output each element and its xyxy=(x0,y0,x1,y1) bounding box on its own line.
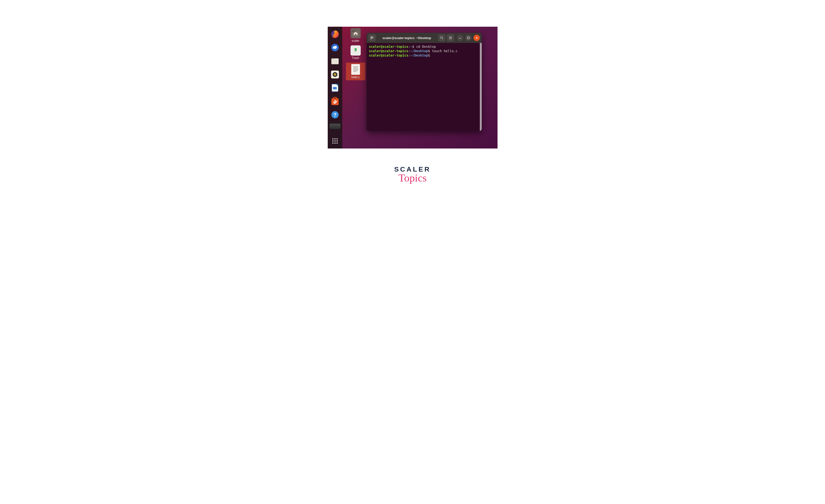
svg-line-34 xyxy=(442,38,443,39)
search-button[interactable] xyxy=(438,34,445,42)
desktop-icon-label: scaler xyxy=(352,39,359,43)
dock-help[interactable]: ? xyxy=(330,110,340,120)
minimize-button[interactable] xyxy=(457,35,463,41)
svg-text:?: ? xyxy=(333,112,336,118)
desktop-icons: scaler Trash hel xyxy=(346,28,365,80)
prompt-user: scaler@scaler-topics xyxy=(369,49,408,53)
desktop-icon-label: Trash xyxy=(352,56,359,60)
svg-rect-23 xyxy=(332,143,333,144)
dock-libreoffice-writer[interactable] xyxy=(330,83,340,93)
svg-rect-31 xyxy=(353,70,358,71)
terminal-scrollbar[interactable] xyxy=(480,43,482,131)
terminal-command: cd Desktop xyxy=(416,45,436,49)
desktop-icon-trash[interactable]: Trash xyxy=(346,46,365,60)
dock-rhythmbox[interactable] xyxy=(330,69,340,79)
window-title: scaler@scaler-topics: ~/Desktop xyxy=(377,36,437,40)
dock-files[interactable] xyxy=(330,56,340,66)
prompt-path: ~/Desktop xyxy=(410,49,428,53)
terminal-line: scaler@scaler-topics:~$ cd Desktop xyxy=(369,45,479,49)
dock-terminal-running[interactable] xyxy=(329,123,341,129)
terminal-line: scaler@scaler-topics:~/Desktop$ xyxy=(369,53,479,58)
svg-text:A: A xyxy=(333,99,336,103)
terminal-titlebar[interactable]: scaler@scaler-topics: ~/Desktop xyxy=(367,33,482,43)
terminal-line: scaler@scaler-topics:~/Desktop$ touch he… xyxy=(369,49,479,53)
dock-ubuntu-software[interactable]: A xyxy=(330,96,340,106)
maximize-button[interactable] xyxy=(465,35,471,41)
svg-rect-28 xyxy=(353,67,358,67)
svg-rect-32 xyxy=(353,71,357,72)
svg-rect-17 xyxy=(332,138,333,139)
svg-rect-12 xyxy=(333,90,337,90)
close-button[interactable] xyxy=(473,35,480,41)
desktop-icon-home[interactable]: scaler xyxy=(346,28,365,43)
svg-rect-27 xyxy=(352,31,355,32)
svg-rect-20 xyxy=(332,141,333,141)
terminal-window: scaler@scaler-topics: ~/Desktop xyxy=(367,33,482,131)
svg-rect-18 xyxy=(334,138,335,139)
prompt-user: scaler@scaler-topics xyxy=(369,45,408,49)
terminal-body[interactable]: scaler@scaler-topics:~$ cd Desktop scale… xyxy=(367,43,482,131)
svg-rect-21 xyxy=(334,141,335,141)
desktop-icon-hello-c[interactable]: hello.c xyxy=(346,63,365,80)
svg-rect-29 xyxy=(353,68,358,68)
svg-rect-25 xyxy=(336,143,338,144)
ubuntu-desktop: A ? xyxy=(328,27,498,148)
hamburger-menu-button[interactable] xyxy=(447,34,454,42)
home-folder-icon xyxy=(351,28,361,38)
logo-text-bottom: Topics xyxy=(394,172,431,184)
prompt-path: ~/Desktop xyxy=(410,53,428,57)
svg-rect-22 xyxy=(336,141,338,141)
trash-icon xyxy=(351,46,361,56)
text-file-icon xyxy=(351,64,360,75)
svg-rect-4 xyxy=(331,60,339,64)
scaler-topics-logo: SCALER Topics xyxy=(394,165,431,184)
prompt-user: scaler@scaler-topics xyxy=(369,53,408,57)
show-applications-button[interactable] xyxy=(330,136,340,146)
svg-rect-11 xyxy=(333,87,336,89)
svg-rect-24 xyxy=(334,143,335,144)
svg-point-8 xyxy=(334,74,335,75)
dock: A ? xyxy=(328,27,342,148)
terminal-command: touch hello.c xyxy=(432,49,458,53)
svg-rect-36 xyxy=(467,37,469,39)
svg-rect-19 xyxy=(336,138,338,139)
new-tab-button[interactable] xyxy=(369,34,376,42)
dock-thunderbird[interactable] xyxy=(330,43,340,53)
svg-rect-30 xyxy=(353,69,358,69)
desktop-icon-label: hello.c xyxy=(351,75,360,79)
dock-firefox[interactable] xyxy=(330,29,340,39)
svg-point-33 xyxy=(440,37,442,39)
